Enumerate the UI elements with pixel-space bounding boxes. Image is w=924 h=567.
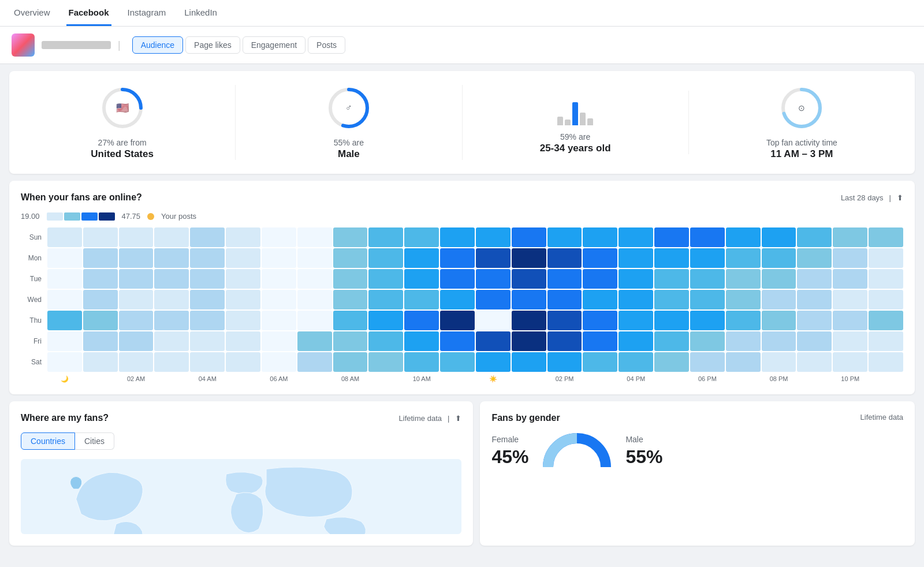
hour-label-9	[368, 375, 403, 383]
heatmap-cell-fri-23	[869, 331, 903, 351]
heatmap-cell-mon-13	[512, 248, 546, 268]
heatmap-cell-mon-12	[476, 248, 511, 268]
gender-male: Male 55%	[625, 435, 662, 468]
heatmap-export-button[interactable]: ⬆	[897, 193, 903, 202]
heatmap-cell-sun-19	[726, 227, 761, 247]
gender-header: Fans by gender Lifetime data	[491, 413, 903, 423]
heatmap-cell-sun-11	[440, 227, 475, 247]
fans-location-meta: Lifetime data | ⬆	[399, 414, 462, 423]
gender-meta: Lifetime data	[860, 413, 903, 421]
hour-label-5	[226, 375, 260, 383]
heatmap-cell-wed-18	[690, 290, 725, 309]
nav-facebook[interactable]: Facebook	[66, 1, 111, 26]
hour-label-7	[297, 375, 332, 383]
heatmap-cell-fri-3	[154, 331, 189, 351]
heatmap-cell-sun-10	[404, 227, 439, 247]
heatmap-cell-tue-21	[797, 269, 832, 289]
heatmap-cell-sun-13	[512, 227, 546, 247]
heatmap-cell-sun-9	[368, 227, 403, 247]
tab-posts[interactable]: Posts	[308, 36, 345, 54]
sub-navigation: | Audience Page likes Engagement Posts	[0, 27, 924, 64]
tab-audience[interactable]: Audience	[132, 36, 183, 54]
heatmap-cell-sat-23	[869, 352, 903, 372]
heatmap-cell-tue-17	[654, 269, 689, 289]
day-label-fri: Fri	[21, 331, 46, 351]
heatmap-cell-tue-10	[404, 269, 439, 289]
nav-instagram[interactable]: Instagram	[125, 1, 169, 26]
fans-location-panel: Where are my fans? Lifetime data | ⬆ Cou…	[9, 401, 473, 546]
summary-card-age: 59% are 25-34 years old	[463, 91, 689, 154]
gender-icon: ♂	[345, 103, 352, 113]
male-label: Male	[625, 435, 662, 444]
heatmap-cell-mon-15	[583, 248, 617, 268]
nav-separator: |	[118, 39, 121, 51]
hour-label-16: 04 PM	[619, 375, 653, 383]
heatmap-cell-wed-10	[404, 290, 439, 309]
heatmap-cell-thu-18	[690, 311, 725, 330]
heatmap-cell-fri-12	[476, 331, 511, 351]
hour-label-11	[440, 375, 475, 383]
age-bar-1	[557, 117, 563, 125]
legend-dot	[147, 213, 154, 220]
heatmap-cell-wed-20	[762, 290, 796, 309]
heatmap-cell-sun-15	[583, 227, 617, 247]
female-percent: 45%	[491, 446, 528, 468]
legend-seg-4	[99, 212, 115, 221]
hour-label-10: 10 AM	[404, 375, 439, 383]
heatmap-cell-wed-9	[368, 290, 403, 309]
heatmap-cell-tue-18	[690, 269, 725, 289]
heatmap-cell-mon-3	[154, 248, 189, 268]
heatmap-cell-sat-18	[690, 352, 725, 372]
day-label-tue: Tue	[21, 269, 46, 289]
day-label-thu: Thu	[21, 311, 46, 330]
heatmap-cell-sat-8	[333, 352, 368, 372]
heatmap-cell-sat-4	[190, 352, 225, 372]
heatmap-cell-tue-0	[47, 269, 82, 289]
age-bar-3	[580, 113, 586, 125]
heatmap-cell-tue-13	[512, 269, 546, 289]
heatmap-cell-sat-17	[654, 352, 689, 372]
tab-page-likes[interactable]: Page likes	[185, 36, 240, 54]
heatmap-cell-sun-4	[190, 227, 225, 247]
country-percent: 27% are from	[98, 138, 147, 147]
heatmap-cell-sun-17	[654, 227, 689, 247]
heatmap-cell-thu-5	[226, 311, 260, 330]
heatmap-cell-wed-23	[869, 290, 903, 309]
age-bar-2	[565, 120, 571, 125]
heatmap-cell-mon-10	[404, 248, 439, 268]
heatmap-cell-wed-11	[440, 290, 475, 309]
legend-bar	[47, 212, 115, 221]
heatmap-cell-mon-4	[190, 248, 225, 268]
activity-donut: ⊙	[778, 85, 825, 131]
nav-linkedin[interactable]: LinkedIn	[182, 1, 219, 26]
heatmap-cell-sat-10	[404, 352, 439, 372]
heatmap-cell-fri-9	[368, 331, 403, 351]
heatmap-cell-sat-21	[797, 352, 832, 372]
heatmap-cell-thu-11	[440, 311, 475, 330]
heatmap-cell-wed-4	[190, 290, 225, 309]
heatmap-cell-mon-17	[654, 248, 689, 268]
summary-section: 🇺🇸 27% are from United States ♂ 55% are …	[9, 71, 915, 174]
heatmap-cell-sun-14	[547, 227, 582, 247]
heatmap-cell-sun-16	[619, 227, 653, 247]
page-name	[42, 41, 111, 49]
heatmap-cell-thu-20	[762, 311, 796, 330]
nav-overview[interactable]: Overview	[12, 1, 53, 26]
heatmap-cell-tue-9	[368, 269, 403, 289]
fans-location-export-button[interactable]: ⬆	[455, 414, 461, 423]
heatmap-cell-mon-2	[119, 248, 154, 268]
heatmap-cell-tue-3	[154, 269, 189, 289]
heatmap-cell-fri-20	[762, 331, 796, 351]
map-visualization	[21, 459, 461, 534]
heatmap-cell-fri-15	[583, 331, 617, 351]
hour-label-13	[512, 375, 546, 383]
heatmap-cell-mon-6	[262, 248, 296, 268]
heatmap-cell-mon-7	[297, 248, 332, 268]
tab-countries[interactable]: Countries	[21, 432, 75, 450]
country-label: United States	[91, 148, 154, 160]
tab-cities[interactable]: Cities	[75, 432, 114, 450]
activity-icon: ⊙	[798, 103, 805, 113]
tab-engagement[interactable]: Engagement	[243, 36, 305, 54]
heatmap-cell-thu-14	[547, 311, 582, 330]
hour-label-3	[154, 375, 189, 383]
